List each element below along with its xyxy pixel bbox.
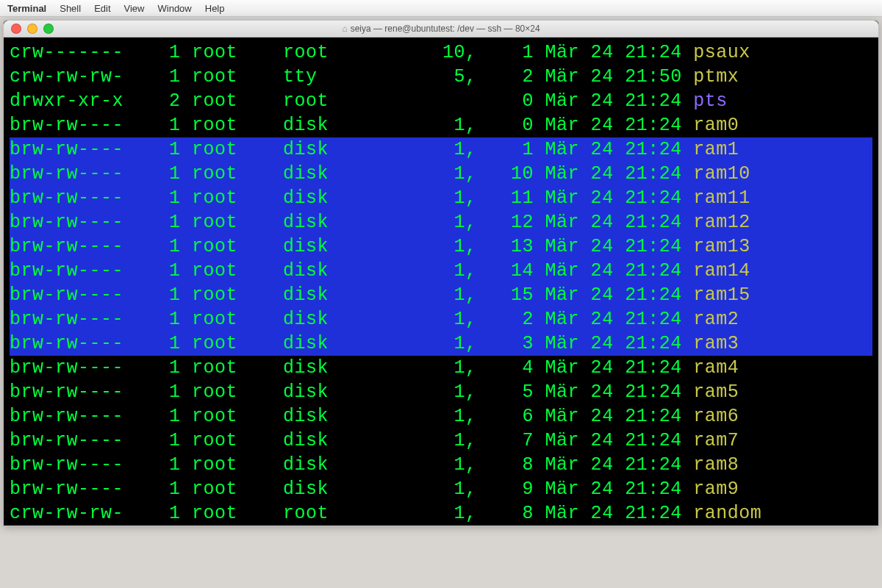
window-title: ⌂seiya — rene@ubuntutest: /dev — ssh — 8… xyxy=(4,24,878,34)
menu-window[interactable]: Window xyxy=(158,3,192,14)
ls-row-text: brw-rw---- 1 root disk 1, 7 Mär 24 21:24 xyxy=(10,430,693,451)
ls-row[interactable]: brw-rw---- 1 root disk 1, 6 Mär 24 21:24… xyxy=(10,404,872,429)
ls-row[interactable]: brw-rw---- 1 root disk 1, 14 Mär 24 21:2… xyxy=(10,259,872,283)
file-name: ram15 xyxy=(693,284,750,306)
window-title-text: seiya — rene@ubuntutest: /dev — ssh — 80… xyxy=(351,24,540,34)
ls-row-text: brw-rw---- 1 root disk 1, 14 Mär 24 21:2… xyxy=(10,260,693,282)
file-name: ram2 xyxy=(693,309,739,330)
file-name: ram8 xyxy=(693,454,739,476)
ls-row-text: crw-rw-rw- 1 root root 1, 8 Mär 24 21:24 xyxy=(10,503,693,524)
ls-row[interactable]: brw-rw---- 1 root disk 1, 5 Mär 24 21:24… xyxy=(10,380,872,404)
ls-row-text: brw-rw---- 1 root disk 1, 6 Mär 24 21:24 xyxy=(10,406,693,427)
ls-row[interactable]: crw-rw-rw- 1 root tty 5, 2 Mär 24 21:50 … xyxy=(10,65,872,89)
menu-help[interactable]: Help xyxy=(205,3,225,14)
zoom-icon[interactable] xyxy=(43,24,54,34)
ls-row-text: brw-rw---- 1 root disk 1, 13 Mär 24 21:2… xyxy=(10,236,693,257)
file-name: ram9 xyxy=(693,478,739,500)
ls-row[interactable]: brw-rw---- 1 root disk 1, 12 Mär 24 21:2… xyxy=(10,210,872,234)
ls-row[interactable]: brw-rw---- 1 root disk 1, 9 Mär 24 21:24… xyxy=(10,477,872,501)
ls-row[interactable]: brw-rw---- 1 root disk 1, 3 Mär 24 21:24… xyxy=(10,331,872,356)
file-name: ram4 xyxy=(693,357,739,379)
ls-row[interactable]: crw-rw-rw- 1 root root 1, 8 Mär 24 21:24… xyxy=(10,501,872,526)
close-icon[interactable] xyxy=(11,24,21,34)
ls-row-text: crw-rw-rw- 1 root tty 5, 2 Mär 24 21:50 xyxy=(10,66,693,87)
ls-row-text: brw-rw---- 1 root disk 1, 5 Mär 24 21:24 xyxy=(10,381,693,403)
file-name: ram7 xyxy=(693,430,739,451)
system-menubar[interactable]: Terminal Shell Edit View Window Help xyxy=(0,0,882,17)
ls-row[interactable]: brw-rw---- 1 root disk 1, 15 Mär 24 21:2… xyxy=(10,283,872,307)
ls-row-text: brw-rw---- 1 root disk 1, 2 Mär 24 21:24 xyxy=(10,309,693,330)
ls-row[interactable]: drwxr-xr-x 2 root root 0 Mär 24 21:24 pt… xyxy=(10,89,872,113)
ls-row[interactable]: brw-rw---- 1 root disk 1, 13 Mär 24 21:2… xyxy=(10,234,872,259)
file-name: ram6 xyxy=(693,406,739,427)
minimize-icon[interactable] xyxy=(27,24,37,34)
file-name: ram10 xyxy=(693,163,750,184)
ls-row[interactable]: brw-rw---- 1 root disk 1, 8 Mär 24 21:24… xyxy=(10,453,872,477)
file-name: ram14 xyxy=(693,260,750,282)
ls-row-text: brw-rw---- 1 root disk 1, 3 Mär 24 21:24 xyxy=(10,333,693,354)
ls-row[interactable]: crw------- 1 root root 10, 1 Mär 24 21:2… xyxy=(10,40,872,65)
terminal-body[interactable]: crw------- 1 root root 10, 1 Mär 24 21:2… xyxy=(4,37,878,526)
menu-shell[interactable]: Shell xyxy=(60,3,81,14)
file-name: ram0 xyxy=(693,115,739,136)
menu-edit[interactable]: Edit xyxy=(94,3,110,14)
file-name: ptmx xyxy=(693,66,739,87)
ls-row-text: brw-rw---- 1 root disk 1, 12 Mär 24 21:2… xyxy=(10,212,693,233)
ls-row[interactable]: brw-rw---- 1 root disk 1, 0 Mär 24 21:24… xyxy=(10,113,872,137)
ls-row-text: brw-rw---- 1 root disk 1, 1 Mär 24 21:24 xyxy=(10,139,693,160)
ls-row-text: brw-rw---- 1 root disk 1, 4 Mär 24 21:24 xyxy=(10,357,693,379)
ls-row[interactable]: brw-rw---- 1 root disk 1, 11 Mär 24 21:2… xyxy=(10,186,872,210)
ls-row[interactable]: brw-rw---- 1 root disk 1, 1 Mär 24 21:24… xyxy=(10,137,872,162)
terminal-window: ⌂seiya — rene@ubuntutest: /dev — ssh — 8… xyxy=(3,20,879,526)
ls-row-text: brw-rw---- 1 root disk 1, 11 Mär 24 21:2… xyxy=(10,187,693,209)
ls-row[interactable]: brw-rw---- 1 root disk 1, 2 Mär 24 21:24… xyxy=(10,307,872,331)
app-name[interactable]: Terminal xyxy=(7,3,46,14)
menu-view[interactable]: View xyxy=(124,3,145,14)
file-name: ram11 xyxy=(693,187,750,209)
ls-row-text: drwxr-xr-x 2 root root 0 Mär 24 21:24 xyxy=(10,90,693,112)
ls-row-text: brw-rw---- 1 root disk 1, 10 Mär 24 21:2… xyxy=(10,163,693,184)
ls-row-text: brw-rw---- 1 root disk 1, 8 Mär 24 21:24 xyxy=(10,454,693,476)
file-name: psaux xyxy=(693,42,750,63)
ls-row-text: brw-rw---- 1 root disk 1, 15 Mär 24 21:2… xyxy=(10,284,693,306)
ls-row[interactable]: brw-rw---- 1 root disk 1, 7 Mär 24 21:24… xyxy=(10,429,872,453)
file-name: ram5 xyxy=(693,381,739,403)
file-name: pts xyxy=(693,90,728,112)
ls-row[interactable]: brw-rw---- 1 root disk 1, 4 Mär 24 21:24… xyxy=(10,356,872,380)
file-name: random xyxy=(693,503,761,524)
home-icon: ⌂ xyxy=(342,24,347,34)
ls-row-text: crw------- 1 root root 10, 1 Mär 24 21:2… xyxy=(10,42,693,63)
ls-row-text: brw-rw---- 1 root disk 1, 0 Mär 24 21:24 xyxy=(10,115,693,136)
ls-row-text: brw-rw---- 1 root disk 1, 9 Mär 24 21:24 xyxy=(10,478,693,500)
file-name: ram1 xyxy=(693,139,739,160)
file-name: ram13 xyxy=(693,236,750,257)
window-controls xyxy=(4,24,54,34)
window-titlebar[interactable]: ⌂seiya — rene@ubuntutest: /dev — ssh — 8… xyxy=(4,21,878,37)
file-name: ram12 xyxy=(693,212,750,233)
ls-row[interactable]: brw-rw---- 1 root disk 1, 10 Mär 24 21:2… xyxy=(10,162,872,186)
file-name: ram3 xyxy=(693,333,739,354)
